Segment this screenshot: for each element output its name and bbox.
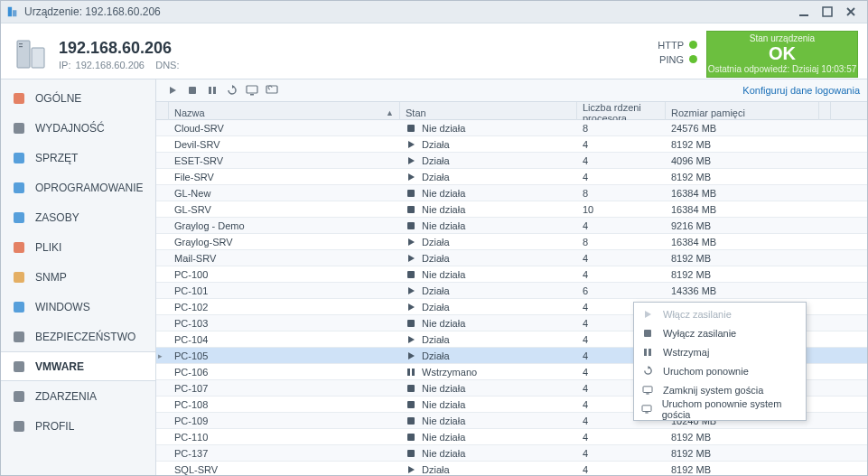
cell-cores: 4 — [577, 253, 666, 264]
table-row[interactable]: File-SRVDziała48192 MB — [156, 169, 867, 185]
ctx-stop[interactable]: Wyłącz zasilanie — [634, 323, 806, 342]
sidebar-item-vmware[interactable]: VMWARE — [1, 351, 155, 381]
table-row[interactable]: PC-100Nie działa48192 MB — [156, 266, 867, 283]
cell-state: Działa — [400, 302, 577, 313]
cell-memory: 8192 MB — [666, 432, 819, 443]
app-icon — [6, 5, 19, 18]
cell-state: Nie działa — [400, 204, 577, 215]
windows-icon — [12, 300, 26, 314]
sidebar-item-windows[interactable]: WINDOWS — [1, 292, 155, 322]
ctx-item-label: Zamknij system gościa — [663, 385, 763, 396]
svg-rect-35 — [407, 401, 415, 408]
pause-button[interactable] — [203, 81, 221, 99]
ctx-item-label: Uruchom ponownie system gościa — [662, 398, 798, 420]
service-ping: PING — [658, 52, 697, 67]
cell-memory: 16384 MB — [666, 237, 819, 247]
svg-rect-7 — [32, 48, 44, 68]
cell-memory: 16384 MB — [666, 204, 819, 215]
stopped-icon — [406, 269, 416, 280]
cell-state: Wstrzymano — [400, 367, 577, 378]
table-row[interactable]: Cloud-SRVNie działa824576 MB — [156, 120, 867, 136]
sidebar-item-sprzęt[interactable]: SPRZĘT — [1, 143, 155, 173]
svg-rect-21 — [209, 87, 211, 94]
power-on-button[interactable] — [163, 81, 182, 99]
table-row[interactable]: SQL-SRVDziała48192 MB — [156, 462, 867, 475]
svg-rect-1 — [13, 10, 16, 16]
titlebar: Urządzenie: 192.168.60.206 — [1, 1, 867, 23]
cell-memory: 16384 MB — [666, 188, 819, 199]
cell-state: Nie działa — [400, 432, 577, 443]
sidebar-item-zasoby[interactable]: ZASOBY — [1, 202, 155, 232]
cell-memory: 8192 MB — [666, 464, 819, 475]
sidebar-item-bezpieczeństwo[interactable]: BEZPIECZEŃSTWO — [1, 322, 155, 351]
svg-rect-5 — [19, 43, 23, 44]
close-button[interactable] — [842, 5, 860, 19]
cell-name: PC-109 — [169, 415, 400, 426]
play-icon — [641, 308, 654, 321]
cell-name: Graylog - Demo — [169, 220, 400, 231]
stopped-icon — [406, 383, 416, 394]
shield-icon — [12, 330, 26, 344]
svg-rect-26 — [407, 125, 415, 132]
cell-cores: 4 — [577, 464, 666, 475]
body: OGÓLNEWYDAJNOŚĆSPRZĘTOPROGRAMOWANIEZASOB… — [1, 79, 867, 475]
table-row[interactable]: PC-137Nie działa48192 MB — [156, 445, 867, 462]
ctx-guest-shutdown[interactable]: Zamknij system gościa — [634, 380, 806, 399]
sidebar-item-zdarzenia[interactable]: ZDARZENIA — [1, 381, 155, 411]
guest-restart-button[interactable] — [263, 81, 281, 99]
table-row[interactable]: ESET-SRVDziała44096 MB — [156, 153, 867, 169]
minimize-button[interactable] — [795, 5, 813, 19]
sidebar-item-ogólne[interactable]: OGÓLNE — [1, 83, 155, 113]
running-icon — [406, 350, 416, 361]
sidebar-item-wydajność[interactable]: WYDAJNOŚĆ — [1, 113, 155, 143]
ctx-restart[interactable]: Uruchom ponownie — [634, 361, 806, 380]
configure-credentials-link[interactable]: Konfiguruj dane logowania — [742, 85, 860, 96]
stopped-icon — [406, 448, 416, 459]
grid-body[interactable]: Cloud-SRVNie działa824576 MBDevil-SRVDzi… — [156, 120, 867, 475]
svg-rect-6 — [19, 46, 23, 47]
device-header: 192.168.60.206 IP: 192.168.60.206 DNS: H… — [1, 23, 867, 79]
sidebar-item-label: SNMP — [35, 271, 67, 284]
cell-cores: 10 — [577, 204, 666, 215]
svg-rect-41 — [649, 349, 651, 356]
grid-header: Nazwa▲ Stan Liczba rdzeni procesora Rozm… — [156, 102, 867, 120]
pause-icon — [641, 346, 654, 359]
stopped-icon — [406, 399, 416, 410]
cell-memory: 14336 MB — [666, 285, 819, 296]
ctx-guest-restart[interactable]: Uruchom ponownie system gościa — [634, 399, 806, 418]
sidebar-item-snmp[interactable]: SNMP — [1, 262, 155, 292]
window-title: Urządzenie: 192.168.60.206 — [24, 5, 789, 18]
cell-cores: 4 — [577, 155, 666, 166]
svg-rect-9 — [14, 123, 24, 134]
cell-memory: 8192 MB — [666, 448, 819, 459]
table-row[interactable]: PC-110Nie działa48192 MB — [156, 429, 867, 445]
stop-icon — [641, 327, 654, 340]
ip-label: IP: — [59, 60, 70, 70]
table-row[interactable]: Mail-SRVDziała48192 MB — [156, 250, 867, 266]
sidebar-item-pliki[interactable]: PLIKI — [1, 232, 155, 262]
running-icon — [406, 172, 416, 182]
main-pane: Konfiguruj dane logowania Nazwa▲ Stan Li… — [156, 79, 867, 475]
guest-shutdown-button[interactable] — [243, 81, 261, 99]
table-row[interactable]: GL-SRVNie działa1016384 MB — [156, 201, 867, 218]
cell-state: Działa — [400, 172, 577, 182]
cell-name: PC-107 — [169, 383, 400, 394]
power-off-button[interactable] — [183, 81, 201, 99]
ctx-pause[interactable]: Wstrzymaj — [634, 342, 806, 361]
table-row[interactable]: Graylog-SRVDziała816384 MB — [156, 234, 867, 250]
cell-name: File-SRV — [169, 172, 400, 182]
running-icon — [406, 302, 416, 313]
sidebar-item-profil[interactable]: PROFIL — [1, 411, 155, 441]
cell-name: Cloud-SRV — [169, 123, 400, 134]
table-row[interactable]: GL-NewNie działa816384 MB — [156, 185, 867, 201]
sidebar-item-oprogramowanie[interactable]: OPROGRAMOWANIE — [1, 173, 155, 202]
table-row[interactable]: Devil-SRVDziała48192 MB — [156, 136, 867, 153]
service-indicators: HTTP PING — [658, 33, 697, 67]
restart-button[interactable] — [223, 81, 241, 99]
device-subtitle: IP: 192.168.60.206 DNS: — [59, 60, 182, 70]
table-row[interactable]: Graylog - DemoNie działa49216 MB — [156, 218, 867, 234]
maximize-button[interactable] — [818, 5, 836, 19]
svg-rect-11 — [14, 182, 24, 193]
sidebar-item-label: ZASOBY — [35, 211, 79, 224]
table-row[interactable]: PC-101Działa614336 MB — [156, 283, 867, 299]
